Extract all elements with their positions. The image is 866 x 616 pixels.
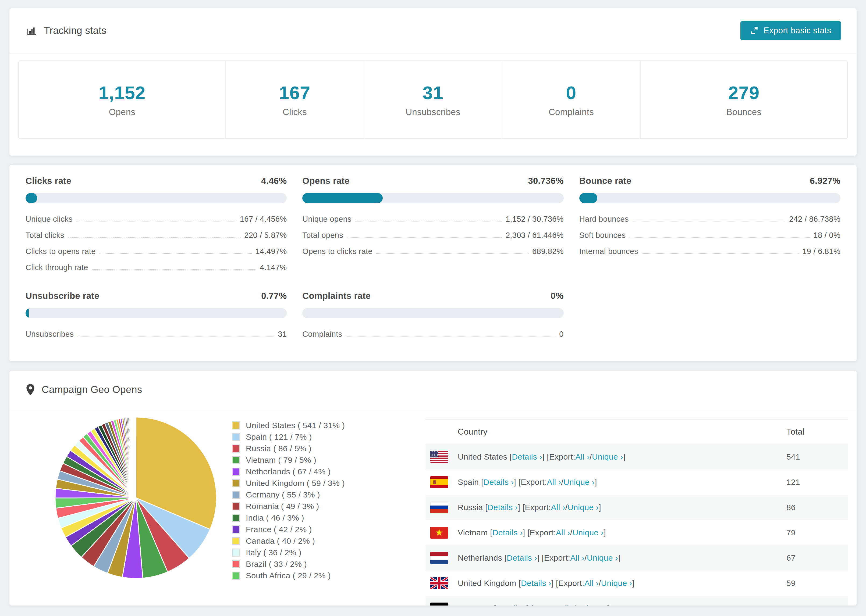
page-title: Tracking stats [44, 25, 107, 36]
legend-label: Brazil ( 33 / 2% ) [246, 559, 307, 569]
export-unique-link[interactable]: Unique › [601, 579, 632, 588]
dotted-leader [376, 253, 529, 254]
column-header-country: Country [425, 427, 786, 437]
export-unique-link[interactable]: Unique › [592, 452, 623, 462]
legend-item-romania: Romania ( 49 / 3% ) [232, 500, 393, 512]
flag-icon-de [430, 603, 448, 606]
rate-detail-row: Soft bounces 18 / 0% [579, 227, 841, 244]
export-all-link[interactable]: All › [575, 452, 589, 462]
legend-label: Vietnam ( 79 / 5% ) [246, 456, 316, 465]
dotted-leader [77, 336, 274, 336]
legend-label: Russia ( 86 / 5% ) [246, 444, 312, 453]
geo-card-title: Campaign Geo Opens [26, 384, 142, 396]
stat-label: Unsubscribes [406, 107, 460, 117]
total-cell: 67 [786, 553, 848, 563]
geo-opens-pie-chart[interactable] [51, 413, 220, 582]
dotted-leader [630, 237, 810, 237]
details-link[interactable]: Details › [496, 604, 527, 606]
geo-body: United States ( 541 / 31% ) Spain ( 121 … [9, 409, 857, 606]
export-unique-link[interactable]: Unique › [576, 604, 607, 606]
details-link[interactable]: Details › [483, 478, 514, 487]
table-row-netherlands: Netherlands [Details ›] [Export: All › /… [425, 545, 848, 570]
legend-swatch [232, 468, 240, 476]
legend-label: France ( 42 / 2% ) [246, 525, 312, 534]
stat-value: 31 [422, 82, 444, 103]
country-cell: United States [Details ›] [Export: All ›… [425, 451, 786, 463]
details-link[interactable]: Details › [493, 528, 523, 537]
legend-swatch [232, 560, 240, 568]
legend-swatch [232, 537, 240, 545]
stat-label: Opens [109, 107, 135, 117]
stat-value: 1,152 [98, 82, 145, 103]
country-cell: Spain [Details ›] [Export: All › / Uniqu… [425, 476, 786, 488]
rate-block-unsubscribe-rate: Unsubscribe rate 0.77% Unsubscribes 31 [25, 291, 287, 343]
export-unique-link[interactable]: Unique › [572, 528, 603, 537]
flag-icon-ru [430, 501, 448, 513]
details-link[interactable]: Details › [507, 553, 537, 563]
dotted-leader [99, 253, 252, 254]
dotted-leader [347, 237, 502, 237]
legend-label: Canada ( 40 / 2% ) [246, 536, 315, 545]
rate-block-clicks-rate: Clicks rate 4.46% Unique clicks 167 / 4.… [25, 176, 287, 276]
dotted-leader [92, 269, 256, 270]
pie-slice-other[interactable] [135, 417, 136, 498]
rate-detail-row: Total opens 2,303 / 61.446% [302, 227, 564, 244]
bar-chart-icon [26, 25, 37, 36]
rate-progress-bar [302, 193, 564, 203]
dotted-leader [76, 221, 236, 222]
stat-value: 279 [728, 82, 759, 103]
country-cell: Netherlands [Details ›] [Export: All › /… [425, 552, 786, 564]
export-all-link[interactable]: All › [570, 553, 584, 563]
rate-block-bounce-rate: Bounce rate 6.927% Hard bounces 242 / 86… [579, 176, 841, 276]
map-pin-icon [26, 384, 35, 396]
export-basic-stats-button[interactable]: Export basic stats [740, 21, 841, 40]
export-unique-link[interactable]: Unique › [567, 503, 599, 512]
legend-item-south-africa: South Africa ( 29 / 2% ) [232, 570, 393, 581]
legend-item-brazil: Brazil ( 33 / 2% ) [232, 558, 393, 570]
details-link[interactable]: Details › [512, 452, 542, 462]
legend-item-united-kingdom: United Kingdom ( 59 / 3% ) [232, 477, 393, 489]
export-all-link[interactable]: All › [556, 528, 570, 537]
export-all-link[interactable]: All › [584, 579, 599, 588]
table-row-spain: Spain [Details ›] [Export: All › / Uniqu… [425, 470, 848, 495]
details-link[interactable]: Details › [488, 503, 518, 512]
export-all-link[interactable]: All › [547, 478, 561, 487]
rate-detail-row: Complaints 0 [302, 326, 564, 343]
rate-detail-row: Opens to clicks rate 689.82% [302, 244, 564, 259]
export-unique-link[interactable]: Unique › [564, 478, 595, 487]
rate-detail-row: Internal bounces 19 / 6.81% [579, 244, 841, 259]
legend-swatch [232, 479, 240, 487]
rate-detail-row: Unique opens 1,152 / 30.736% [302, 211, 564, 227]
geo-country-table: Country Total United States [Details ›] … [425, 419, 848, 606]
rate-progress-bar [302, 308, 564, 318]
export-unique-link[interactable]: Unique › [587, 553, 618, 563]
rate-detail-row: Clicks to opens rate 14.497% [25, 244, 287, 259]
details-link[interactable]: Details › [521, 579, 551, 588]
dotted-leader [642, 253, 798, 254]
total-cell: 55 [786, 604, 848, 606]
table-row-united-kingdom: United Kingdom [Details ›] [Export: All … [425, 570, 848, 596]
country-cell: Russia [Details ›] [Export: All › / Uniq… [425, 501, 786, 513]
export-all-link[interactable]: All › [560, 604, 574, 606]
pie-legend: United States ( 541 / 31% ) Spain ( 121 … [232, 420, 393, 581]
flag-icon-gb [430, 577, 448, 589]
rate-title: Unsubscribe rate [25, 291, 99, 301]
legend-swatch [232, 525, 240, 533]
country-name: Netherlands [458, 553, 505, 563]
legend-item-france: France ( 42 / 2% ) [232, 523, 393, 535]
flag-icon-nl [430, 552, 448, 564]
rate-progress-fill [579, 193, 597, 203]
rate-value: 6.927% [810, 176, 841, 186]
export-icon [750, 26, 759, 35]
export-all-link[interactable]: All › [551, 503, 565, 512]
geo-table-header: Country Total [425, 420, 848, 444]
legend-swatch [232, 445, 240, 453]
geo-card-header: Campaign Geo Opens [9, 371, 857, 409]
legend-item-canada: Canada ( 40 / 2% ) [232, 535, 393, 547]
tracking-stats-header: Tracking stats Export basic stats [9, 8, 857, 53]
rate-title: Opens rate [302, 176, 350, 186]
rate-progress-fill [302, 193, 383, 203]
stat-box-opens: 1,152 Opens [19, 61, 225, 138]
flag-icon-vn [430, 527, 448, 539]
rate-detail-row: Click through rate 4.147% [25, 259, 287, 276]
